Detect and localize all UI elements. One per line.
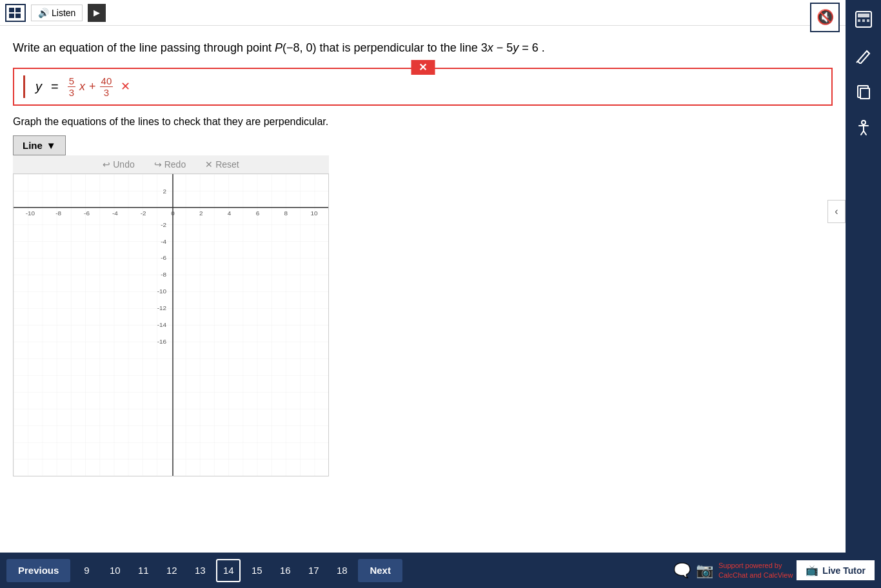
line-dropdown-button[interactable]: Line ▼ bbox=[13, 135, 66, 155]
page-17[interactable]: 17 bbox=[301, 559, 326, 582]
svg-text:-4: -4 bbox=[161, 237, 166, 244]
svg-text:2: 2 bbox=[163, 188, 166, 195]
page-18-label: 18 bbox=[337, 565, 348, 576]
page-14[interactable]: 14 bbox=[216, 559, 241, 582]
page-14-label: 14 bbox=[223, 565, 234, 576]
right-sidebar bbox=[846, 0, 881, 588]
undo-icon: ↩ bbox=[103, 159, 110, 170]
svg-rect-37 bbox=[860, 88, 869, 99]
graph-controls-area: ↩ Undo ↪ Redo ✕ Reset bbox=[13, 155, 329, 173]
play-icon: ▶ bbox=[94, 8, 100, 17]
page-9-label: 9 bbox=[84, 565, 89, 576]
answer-left-bar bbox=[23, 75, 25, 98]
listen-button[interactable]: 🔊 Listen bbox=[31, 5, 83, 21]
svg-rect-32 bbox=[858, 14, 869, 17]
calcview-icon: 📷 bbox=[696, 562, 713, 579]
redo-label: Redo bbox=[164, 159, 186, 170]
grid-icon bbox=[9, 8, 22, 18]
next-button[interactable]: Next bbox=[358, 559, 402, 582]
answer-math: 5 3 x + 40 3 ✕ bbox=[68, 75, 131, 98]
page-18[interactable]: 18 bbox=[330, 559, 354, 582]
mute-button[interactable]: 🔇 bbox=[810, 3, 840, 32]
svg-text:-8: -8 bbox=[161, 271, 166, 278]
svg-text:-10: -10 bbox=[157, 288, 167, 295]
svg-text:6: 6 bbox=[256, 210, 260, 217]
page-11[interactable]: 11 bbox=[131, 559, 155, 582]
line-label: Line bbox=[23, 140, 43, 151]
support-text: Support powered by CalcChat and CalcView bbox=[718, 561, 793, 580]
top-toolbar: 🔊 Listen ▶ 🔇 bbox=[0, 0, 881, 26]
undo-button[interactable]: ↩ Undo bbox=[103, 159, 134, 170]
undo-label: Undo bbox=[113, 159, 134, 170]
page-9[interactable]: 9 bbox=[74, 559, 99, 582]
redo-button[interactable]: ↪ Redo bbox=[154, 159, 186, 170]
svg-text:10: 10 bbox=[311, 210, 319, 217]
page-10[interactable]: 10 bbox=[103, 559, 127, 582]
problem-text-before: Write an equation of the line passing th… bbox=[13, 41, 275, 54]
live-tutor-icon: 📺 bbox=[806, 564, 818, 576]
denominator-2: 3 bbox=[103, 87, 110, 98]
error-icon: ✕ bbox=[121, 79, 130, 93]
problem-point-coords: −8, 0 bbox=[286, 41, 313, 54]
collapse-icon: ‹ bbox=[835, 206, 838, 217]
svg-text:2: 2 bbox=[199, 210, 203, 217]
svg-text:-12: -12 bbox=[157, 304, 167, 311]
support-line1: Support powered by bbox=[718, 561, 793, 570]
sidebar-copy-icon[interactable] bbox=[852, 80, 875, 103]
svg-text:-2: -2 bbox=[141, 210, 146, 217]
page-13[interactable]: 13 bbox=[188, 559, 212, 582]
page-17-label: 17 bbox=[308, 565, 319, 576]
problem-text-end: . bbox=[542, 41, 545, 54]
dropdown-arrow-icon: ▼ bbox=[46, 140, 56, 151]
graph-canvas[interactable]: -10 -8 -6 -4 -2 0 2 4 6 8 10 2 -2 -4 -6 … bbox=[13, 173, 329, 476]
page-16-label: 16 bbox=[280, 565, 291, 576]
sidebar-accessibility-icon[interactable] bbox=[852, 116, 875, 139]
answer-plus: + bbox=[89, 80, 96, 93]
svg-rect-4 bbox=[14, 174, 328, 476]
svg-text:-10: -10 bbox=[26, 210, 35, 217]
page-13-label: 13 bbox=[195, 565, 206, 576]
svg-text:-6: -6 bbox=[84, 210, 90, 217]
reset-label: Reset bbox=[215, 159, 239, 170]
svg-text:-16: -16 bbox=[157, 338, 167, 345]
grid-button[interactable] bbox=[5, 4, 26, 22]
problem-point: P bbox=[275, 41, 282, 54]
svg-text:-4: -4 bbox=[112, 210, 118, 217]
bottom-nav: Previous 9 10 11 12 13 14 15 16 17 18 Ne… bbox=[0, 553, 881, 588]
reset-icon: ✕ bbox=[205, 159, 213, 170]
numerator-2: 40 bbox=[100, 75, 114, 87]
page-15[interactable]: 15 bbox=[244, 559, 269, 582]
support-area: 🗨️ 📷 Support powered by CalcChat and Cal… bbox=[673, 561, 793, 580]
answer-close-button[interactable]: ✕ bbox=[411, 60, 435, 75]
svg-rect-35 bbox=[867, 19, 869, 22]
calcchat-icon: 🗨️ bbox=[673, 562, 691, 579]
reset-button[interactable]: ✕ Reset bbox=[205, 159, 239, 170]
answer-equals: = bbox=[51, 79, 59, 94]
svg-text:-14: -14 bbox=[157, 321, 167, 328]
main-content: Write an equation of the line passing th… bbox=[0, 26, 846, 476]
collapse-arrow-button[interactable]: ‹ bbox=[827, 200, 846, 223]
svg-point-39 bbox=[862, 121, 866, 124]
problem-equation: 3x − 5y = 6 bbox=[481, 41, 539, 54]
page-12[interactable]: 12 bbox=[159, 559, 184, 582]
page-16[interactable]: 16 bbox=[273, 559, 297, 582]
play-button[interactable]: ▶ bbox=[88, 4, 106, 22]
svg-text:0: 0 bbox=[171, 210, 175, 217]
listen-label: Listen bbox=[52, 8, 75, 18]
live-tutor-button[interactable]: 📺 Live Tutor bbox=[797, 560, 875, 580]
svg-rect-33 bbox=[858, 19, 860, 22]
sidebar-pen-icon[interactable] bbox=[852, 44, 875, 67]
support-line2: CalcChat and CalcView bbox=[718, 571, 793, 580]
page-12-label: 12 bbox=[166, 565, 177, 576]
previous-button[interactable]: Previous bbox=[6, 559, 70, 582]
mute-area: 🔇 bbox=[807, 0, 842, 35]
fraction-2: 40 3 bbox=[100, 75, 114, 98]
graph-svg: -10 -8 -6 -4 -2 0 2 4 6 8 10 2 -2 -4 -6 … bbox=[14, 174, 328, 476]
problem-text: Write an equation of the line passing th… bbox=[13, 39, 833, 57]
svg-rect-3 bbox=[15, 14, 21, 18]
svg-text:8: 8 bbox=[284, 210, 288, 217]
svg-text:-2: -2 bbox=[161, 220, 166, 228]
sidebar-calc-icon[interactable] bbox=[852, 8, 875, 31]
problem-text-middle: that is perpendicular to the line bbox=[320, 41, 481, 54]
graph-section: Line ▼ ↩ Undo ↪ Redo ✕ Reset bbox=[13, 135, 329, 476]
